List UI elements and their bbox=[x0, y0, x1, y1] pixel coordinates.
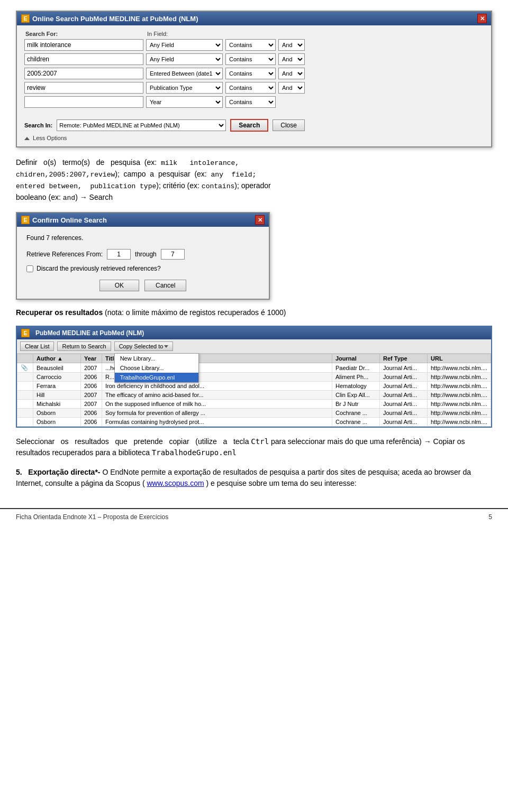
section-5: 5. Exportação directa*- O EndNote permit… bbox=[16, 467, 492, 489]
clear-list-button[interactable]: Clear List bbox=[20, 342, 54, 351]
cell-author: Carroccio bbox=[33, 373, 81, 382]
col-header-reftype[interactable]: Ref Type bbox=[380, 354, 428, 363]
less-options[interactable]: Less Options bbox=[24, 135, 484, 141]
results-bold: Recuperar os resultados bbox=[16, 308, 103, 317]
in-field-label: In Field: bbox=[147, 31, 168, 37]
return-to-search-button[interactable]: Return to Search bbox=[57, 342, 111, 351]
footer-page: 5 bbox=[488, 513, 492, 521]
cell-author: Beausoleil bbox=[33, 363, 81, 373]
table-row[interactable]: Carroccio 2006 R...instipation... Alimen… bbox=[17, 373, 491, 382]
cell-title: Soy formula for prevention of allergy ..… bbox=[102, 409, 332, 418]
bool-select-2[interactable]: And bbox=[278, 53, 305, 65]
footer-title: Ficha Orientada Endnote X1 – Proposta de… bbox=[16, 513, 168, 521]
field-select-2[interactable]: Any Field bbox=[146, 53, 223, 65]
criterion-select-3[interactable]: Contains bbox=[225, 68, 276, 79]
ok-button[interactable]: OK bbox=[99, 280, 139, 291]
cell-journal: Br J Nutr bbox=[332, 400, 380, 409]
search-term-5[interactable] bbox=[24, 96, 143, 108]
pubmed-titlebar: E PubMed MEDLINE at PubMed (NLM) bbox=[17, 327, 491, 339]
table-row[interactable]: Michalski 2007 On the supposed influence… bbox=[17, 400, 491, 409]
cell-title: Iron deficiency in childhood and adol... bbox=[102, 382, 332, 391]
dropdown-trabalhodegrupo[interactable]: TrabalhodeGrupo.enl bbox=[115, 373, 198, 382]
field-select-5[interactable]: Year bbox=[146, 96, 223, 108]
scopus-link[interactable]: www.scopus.com bbox=[147, 479, 204, 487]
search-term-3[interactable] bbox=[24, 68, 143, 79]
field-select-4[interactable]: Publication Type bbox=[146, 82, 223, 94]
search-term-4[interactable] bbox=[24, 82, 143, 94]
search-row-5: Year Contains And bbox=[24, 96, 484, 108]
close-button[interactable]: Close bbox=[273, 119, 305, 131]
search-term-1[interactable] bbox=[24, 39, 143, 51]
retrieve-to-input[interactable] bbox=[161, 249, 185, 260]
results-text: Recuperar os resultados (nota: o limite … bbox=[16, 307, 492, 318]
cell-icon bbox=[17, 400, 33, 409]
discard-checkbox[interactable] bbox=[26, 265, 33, 272]
retrieve-label: Retrieve References From: bbox=[26, 251, 103, 258]
cell-url: http://www.ncbi.nlm.... bbox=[428, 418, 491, 427]
col-header-journal[interactable]: Journal bbox=[332, 354, 380, 363]
cell-title: On the supposed influence of milk ho... bbox=[102, 400, 332, 409]
cell-author: Michalski bbox=[33, 400, 81, 409]
field-select-1[interactable]: Any Field bbox=[146, 39, 223, 51]
confirm-found-text: Found 7 references. bbox=[26, 234, 259, 242]
copy-selected-button[interactable]: Copy Selected to bbox=[114, 342, 174, 351]
results-table: Author ▲ Year Title Journal Ref Type URL… bbox=[17, 354, 491, 427]
search-dialog-title: Online Search PubMed MEDLINE at PubMed (… bbox=[32, 15, 198, 23]
search-dialog-titlebar: E Online Search PubMed MEDLINE at PubMed… bbox=[17, 12, 491, 25]
bool-select-4[interactable]: And bbox=[278, 82, 305, 94]
confirm-dialog: E Confirm Online Search ✕ Found 7 refere… bbox=[16, 212, 270, 300]
cell-icon bbox=[17, 409, 33, 418]
pubmed-results-box: E PubMed MEDLINE at PubMed (NLM) Clear L… bbox=[16, 326, 492, 428]
table-row[interactable]: 📎 Beausoleil 2007 ...hood asth... Paedia… bbox=[17, 363, 491, 373]
cell-author: Ferrara bbox=[33, 382, 81, 391]
criterion-select-1[interactable]: Contains bbox=[225, 39, 276, 51]
criterion-select-5[interactable]: Contains bbox=[225, 96, 276, 108]
copy-dropdown-menu: New Library... Choose Library... Trabalh… bbox=[114, 353, 199, 383]
cell-journal: Paediatr Dr... bbox=[332, 363, 380, 373]
pubmed-title: PubMed MEDLINE at PubMed (NLM) bbox=[35, 329, 144, 337]
retrieve-from-input[interactable] bbox=[107, 249, 131, 260]
search-in-select[interactable]: Remote: PubMed MEDLINE at PubMed (NLM) bbox=[57, 119, 226, 131]
table-row[interactable]: Hill 2007 The efficacy of amino acid-bas… bbox=[17, 391, 491, 400]
col-header-author[interactable]: Author ▲ bbox=[33, 354, 81, 363]
search-row-3: Entered Between (date1 Contains And bbox=[24, 68, 484, 79]
col-header-url[interactable]: URL bbox=[428, 354, 491, 363]
cell-year: 2006 bbox=[81, 418, 102, 427]
field-select-3[interactable]: Entered Between (date1 bbox=[146, 68, 223, 79]
confirm-dialog-title: Confirm Online Search bbox=[32, 216, 107, 224]
col-header-year[interactable]: Year bbox=[81, 354, 102, 363]
cell-year: 2007 bbox=[81, 400, 102, 409]
cancel-button[interactable]: Cancel bbox=[144, 280, 186, 291]
cell-url: http://www.ncbi.nlm.... bbox=[428, 363, 491, 373]
cell-title: Formulas containing hydrolysed prot... bbox=[102, 418, 332, 427]
bool-select-3[interactable]: And bbox=[278, 68, 305, 79]
search-row-2: Any Field Contains And bbox=[24, 53, 484, 65]
cell-reftype: Journal Arti... bbox=[380, 363, 428, 373]
search-term-2[interactable] bbox=[24, 53, 143, 65]
cell-reftype: Journal Arti... bbox=[380, 409, 428, 418]
criterion-select-4[interactable]: Contains bbox=[225, 82, 276, 94]
cell-journal: Cochrane ... bbox=[332, 409, 380, 418]
confirm-buttons: OK Cancel bbox=[26, 280, 259, 291]
selecionar-part1: Seleccionar os resultados que pretende c… bbox=[16, 437, 251, 446]
cell-url: http://www.ncbi.nlm.... bbox=[428, 409, 491, 418]
table-row[interactable]: Osborn 2006 Formulas containing hydrolys… bbox=[17, 418, 491, 427]
copy-selected-label: Copy Selected to bbox=[119, 343, 164, 349]
search-in-label: Search In: bbox=[24, 122, 52, 128]
confirm-dialog-close-icon[interactable]: ✕ bbox=[255, 215, 265, 225]
cell-reftype: Journal Arti... bbox=[380, 373, 428, 382]
search-dialog-close-icon[interactable]: ✕ bbox=[477, 14, 487, 23]
bool-select-1[interactable]: And bbox=[278, 39, 305, 51]
cell-reftype: Journal Arti... bbox=[380, 382, 428, 391]
footer: Ficha Orientada Endnote X1 – Proposta de… bbox=[0, 508, 508, 525]
search-row-1: Any Field Contains And bbox=[24, 39, 484, 51]
col-header-icon bbox=[17, 354, 33, 363]
criterion-select-2[interactable]: Contains bbox=[225, 53, 276, 65]
cell-year: 2006 bbox=[81, 382, 102, 391]
dropdown-new-library[interactable]: New Library... bbox=[115, 354, 198, 363]
dropdown-choose-library[interactable]: Choose Library... bbox=[115, 363, 198, 373]
export-title: Exportação directa*- bbox=[28, 468, 100, 476]
table-row[interactable]: Ferrara 2006 Iron deficiency in childhoo… bbox=[17, 382, 491, 391]
search-button[interactable]: Search bbox=[230, 119, 268, 132]
table-row[interactable]: Osborn 2006 Soy formula for prevention o… bbox=[17, 409, 491, 418]
